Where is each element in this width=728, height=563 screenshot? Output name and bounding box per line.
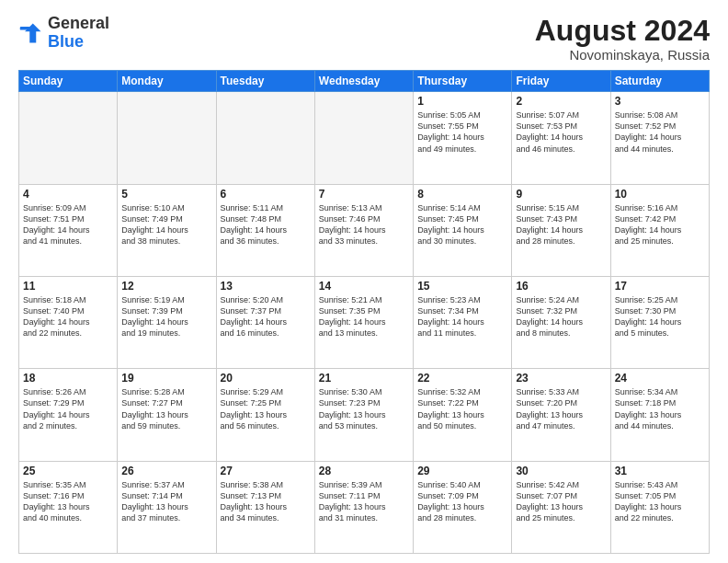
calendar-cell: 10Sunrise: 5:16 AMSunset: 7:42 PMDayligh… [610,184,709,276]
cell-info: Sunrise: 5:26 AMSunset: 7:29 PMDaylight:… [23,386,113,431]
calendar-cell: 28Sunrise: 5:39 AMSunset: 7:11 PMDayligh… [314,461,413,553]
calendar-cell: 17Sunrise: 5:25 AMSunset: 7:30 PMDayligh… [610,276,709,368]
calendar-cell: 25Sunrise: 5:35 AMSunset: 7:16 PMDayligh… [19,461,118,553]
day-number: 11 [23,280,113,293]
svg-marker-1 [25,23,41,42]
calendar-cell: 24Sunrise: 5:34 AMSunset: 7:18 PMDayligh… [610,369,709,461]
day-number: 12 [121,280,211,293]
header: General Blue August 2024 Novominskaya, R… [18,15,710,63]
day-number: 15 [417,280,507,293]
calendar-cell: 12Sunrise: 5:19 AMSunset: 7:39 PMDayligh… [118,276,216,368]
calendar-cell: 19Sunrise: 5:28 AMSunset: 7:27 PMDayligh… [118,369,216,461]
day-number: 10 [615,188,705,201]
cell-info: Sunrise: 5:21 AMSunset: 7:35 PMDaylight:… [319,294,409,339]
calendar-cell: 21Sunrise: 5:30 AMSunset: 7:23 PMDayligh… [314,369,413,461]
calendar-cell: 1Sunrise: 5:05 AMSunset: 7:55 PMDaylight… [414,92,512,184]
day-number: 19 [121,372,211,385]
day-number: 30 [516,465,606,477]
calendar-day-header: Friday [512,71,610,92]
day-number: 5 [121,188,211,201]
calendar-cell: 29Sunrise: 5:40 AMSunset: 7:09 PMDayligh… [414,461,512,553]
calendar-day-header: Saturday [610,71,709,92]
calendar-cell: 14Sunrise: 5:21 AMSunset: 7:35 PMDayligh… [314,276,413,368]
calendar-header-row: SundayMondayTuesdayWednesdayThursdayFrid… [19,71,710,92]
calendar-cell: 22Sunrise: 5:32 AMSunset: 7:22 PMDayligh… [414,369,512,461]
calendar-week-row: 25Sunrise: 5:35 AMSunset: 7:16 PMDayligh… [19,461,710,553]
calendar-cell: 8Sunrise: 5:14 AMSunset: 7:45 PMDaylight… [414,184,512,276]
calendar-cell: 11Sunrise: 5:18 AMSunset: 7:40 PMDayligh… [19,276,118,368]
calendar-cell: 3Sunrise: 5:08 AMSunset: 7:52 PMDaylight… [610,92,709,184]
day-number: 27 [221,465,311,477]
day-number: 28 [319,465,409,477]
cell-info: Sunrise: 5:07 AMSunset: 7:53 PMDaylight:… [516,109,606,155]
day-number: 8 [417,188,507,201]
calendar-cell [216,92,314,184]
day-number: 6 [221,188,311,201]
cell-info: Sunrise: 5:38 AMSunset: 7:13 PMDaylight:… [221,479,311,524]
month-year: August 2024 [535,15,710,47]
logo: General Blue [18,15,109,52]
day-number: 31 [615,465,705,477]
cell-info: Sunrise: 5:39 AMSunset: 7:11 PMDaylight:… [319,479,409,524]
calendar-cell: 23Sunrise: 5:33 AMSunset: 7:20 PMDayligh… [512,369,610,461]
calendar-cell: 9Sunrise: 5:15 AMSunset: 7:43 PMDaylight… [512,184,610,276]
logo-icon [18,20,44,46]
calendar-cell: 18Sunrise: 5:26 AMSunset: 7:29 PMDayligh… [19,369,118,461]
calendar-day-header: Monday [118,71,216,92]
cell-info: Sunrise: 5:08 AMSunset: 7:52 PMDaylight:… [615,109,705,155]
cell-info: Sunrise: 5:20 AMSunset: 7:37 PMDaylight:… [221,294,311,339]
cell-info: Sunrise: 5:32 AMSunset: 7:22 PMDaylight:… [417,386,507,431]
day-number: 21 [319,372,409,385]
day-number: 1 [417,95,507,108]
logo-blue-text: Blue [48,32,84,51]
logo-general-text: General [48,14,109,32]
calendar-day-header: Wednesday [314,71,413,92]
day-number: 29 [417,465,507,477]
day-number: 22 [417,372,507,385]
calendar-day-header: Thursday [414,71,512,92]
day-number: 18 [23,372,113,385]
cell-info: Sunrise: 5:13 AMSunset: 7:46 PMDaylight:… [319,202,409,247]
day-number: 4 [23,188,113,201]
cell-info: Sunrise: 5:40 AMSunset: 7:09 PMDaylight:… [417,479,507,524]
day-number: 26 [121,465,211,477]
logo-text: General Blue [48,15,109,52]
calendar-cell: 4Sunrise: 5:09 AMSunset: 7:51 PMDaylight… [19,184,118,276]
day-number: 7 [319,188,409,201]
cell-info: Sunrise: 5:28 AMSunset: 7:27 PMDaylight:… [121,386,211,431]
calendar-week-row: 11Sunrise: 5:18 AMSunset: 7:40 PMDayligh… [19,276,710,368]
cell-info: Sunrise: 5:24 AMSunset: 7:32 PMDaylight:… [516,294,606,339]
day-number: 16 [516,280,606,293]
cell-info: Sunrise: 5:15 AMSunset: 7:43 PMDaylight:… [516,202,606,247]
cell-info: Sunrise: 5:43 AMSunset: 7:05 PMDaylight:… [615,479,705,524]
calendar-cell: 5Sunrise: 5:10 AMSunset: 7:49 PMDaylight… [118,184,216,276]
calendar-week-row: 4Sunrise: 5:09 AMSunset: 7:51 PMDaylight… [19,184,710,276]
day-number: 2 [516,95,606,108]
day-number: 24 [615,372,705,385]
day-number: 17 [615,280,705,293]
cell-info: Sunrise: 5:29 AMSunset: 7:25 PMDaylight:… [221,386,311,431]
title-area: August 2024 Novominskaya, Russia [535,15,710,63]
calendar-day-header: Tuesday [216,71,314,92]
calendar-cell: 16Sunrise: 5:24 AMSunset: 7:32 PMDayligh… [512,276,610,368]
cell-info: Sunrise: 5:33 AMSunset: 7:20 PMDaylight:… [516,386,606,431]
cell-info: Sunrise: 5:34 AMSunset: 7:18 PMDaylight:… [615,386,705,431]
calendar-cell: 15Sunrise: 5:23 AMSunset: 7:34 PMDayligh… [414,276,512,368]
calendar-table: SundayMondayTuesdayWednesdayThursdayFrid… [18,70,710,554]
calendar-cell: 13Sunrise: 5:20 AMSunset: 7:37 PMDayligh… [216,276,314,368]
cell-info: Sunrise: 5:37 AMSunset: 7:14 PMDaylight:… [121,479,211,524]
day-number: 23 [516,372,606,385]
location: Novominskaya, Russia [535,47,710,63]
cell-info: Sunrise: 5:42 AMSunset: 7:07 PMDaylight:… [516,479,606,524]
cell-info: Sunrise: 5:30 AMSunset: 7:23 PMDaylight:… [319,386,409,431]
calendar-cell: 20Sunrise: 5:29 AMSunset: 7:25 PMDayligh… [216,369,314,461]
day-number: 20 [221,372,311,385]
calendar-cell: 2Sunrise: 5:07 AMSunset: 7:53 PMDaylight… [512,92,610,184]
calendar-cell: 31Sunrise: 5:43 AMSunset: 7:05 PMDayligh… [610,461,709,553]
cell-info: Sunrise: 5:05 AMSunset: 7:55 PMDaylight:… [417,109,507,155]
cell-info: Sunrise: 5:25 AMSunset: 7:30 PMDaylight:… [615,294,705,339]
day-number: 13 [221,280,311,293]
calendar-cell: 6Sunrise: 5:11 AMSunset: 7:48 PMDaylight… [216,184,314,276]
calendar-cell: 27Sunrise: 5:38 AMSunset: 7:13 PMDayligh… [216,461,314,553]
calendar-cell: 30Sunrise: 5:42 AMSunset: 7:07 PMDayligh… [512,461,610,553]
